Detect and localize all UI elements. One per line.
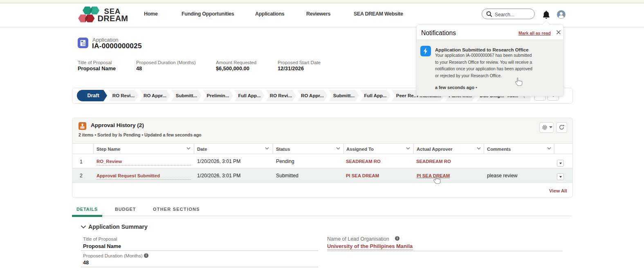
svg-text:DREAM: DREAM [98, 14, 128, 23]
